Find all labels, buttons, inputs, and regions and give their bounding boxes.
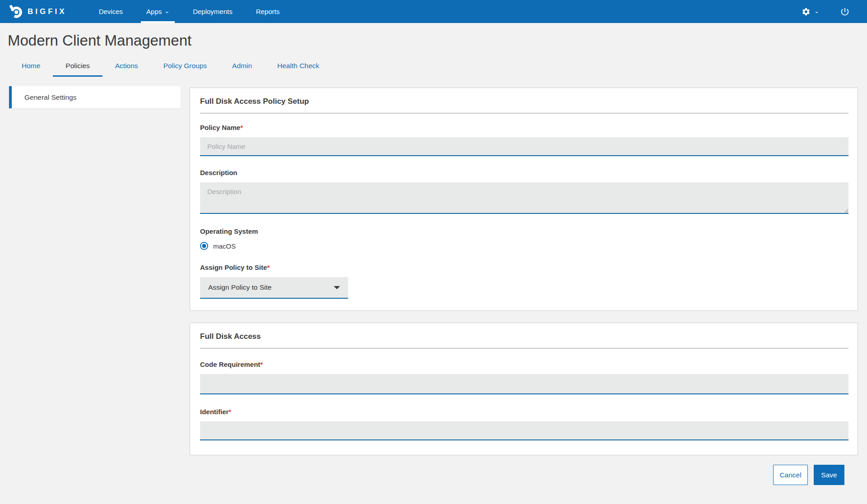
macos-radio[interactable]: macOS: [200, 242, 848, 250]
policy-name-input[interactable]: [200, 137, 848, 156]
description-label: Description: [200, 169, 848, 176]
power-icon[interactable]: [840, 7, 850, 17]
bigfix-brand[interactable]: BIGFIX: [9, 0, 67, 23]
radio-selected-icon: [200, 242, 208, 250]
bigfix-logo-icon: [9, 5, 23, 18]
tab-policies[interactable]: Policies: [53, 57, 102, 77]
heading-divider: [200, 348, 848, 349]
required-asterisk: *: [260, 361, 263, 368]
identifier-input[interactable]: [200, 421, 848, 440]
chevron-down-icon: ⌄: [814, 8, 819, 14]
content-area: General Settings Full Disk Access Policy…: [0, 77, 867, 485]
nav-item-apps[interactable]: Apps ⌄: [135, 0, 181, 23]
sidebar-item-label: General Settings: [24, 93, 76, 102]
full-disk-access-heading: Full Disk Access: [200, 332, 848, 341]
nav-item-devices[interactable]: Devices: [87, 0, 135, 23]
tab-health-check[interactable]: Health Check: [265, 57, 332, 77]
full-disk-access-card: Full Disk Access Code Requirement* Ident…: [190, 323, 858, 455]
tab-policy-groups[interactable]: Policy Groups: [151, 57, 219, 77]
page-title: Modern Client Management: [8, 32, 867, 49]
description-textarea[interactable]: [200, 182, 848, 214]
tab-bar: Home Policies Actions Policy Groups Admi…: [9, 57, 867, 77]
policy-setup-heading: Full Disk Access Policy Setup: [200, 97, 848, 106]
required-asterisk: *: [228, 408, 231, 416]
settings-sidebar: General Settings: [9, 86, 181, 108]
cancel-button[interactable]: Cancel: [773, 465, 808, 485]
tab-home[interactable]: Home: [9, 57, 53, 77]
required-asterisk: *: [267, 264, 270, 271]
assign-site-selected-value: Assign Policy to Site: [208, 283, 271, 291]
policy-setup-card: Full Disk Access Policy Setup Policy Nam…: [190, 88, 858, 311]
macos-radio-label: macOS: [213, 242, 236, 250]
assign-site-label: Assign Policy to Site*: [200, 264, 848, 271]
tab-actions[interactable]: Actions: [103, 57, 151, 77]
settings-menu-button[interactable]: ⌄: [802, 7, 819, 16]
save-button[interactable]: Save: [814, 465, 844, 485]
nav-item-reports[interactable]: Reports: [244, 0, 292, 23]
tab-admin[interactable]: Admin: [219, 57, 265, 77]
assign-site-select[interactable]: Assign Policy to Site: [200, 277, 348, 299]
operating-system-label: Operating System: [200, 227, 848, 235]
main-nav: Devices Apps ⌄ Deployments Reports: [87, 0, 292, 23]
code-requirement-label: Code Requirement*: [200, 361, 848, 368]
top-navbar: BIGFIX Devices Apps ⌄ Deployments Report…: [0, 0, 867, 23]
caret-down-icon: [334, 286, 340, 289]
brand-name: BIGFIX: [28, 7, 67, 16]
heading-divider: [200, 113, 848, 114]
sidebar-item-general-settings[interactable]: General Settings: [9, 86, 181, 108]
form-actions: Cancel Save: [190, 455, 858, 485]
gear-icon: [802, 7, 811, 16]
policy-form: Full Disk Access Policy Setup Policy Nam…: [190, 77, 858, 485]
chevron-down-icon: ⌄: [164, 8, 169, 14]
policy-name-label: Policy Name*: [200, 124, 848, 131]
code-requirement-input[interactable]: [200, 374, 848, 394]
navbar-right: ⌄: [802, 0, 850, 23]
required-asterisk: *: [240, 124, 243, 131]
nav-item-deployments[interactable]: Deployments: [181, 0, 244, 23]
identifier-label: Identifier*: [200, 408, 848, 416]
